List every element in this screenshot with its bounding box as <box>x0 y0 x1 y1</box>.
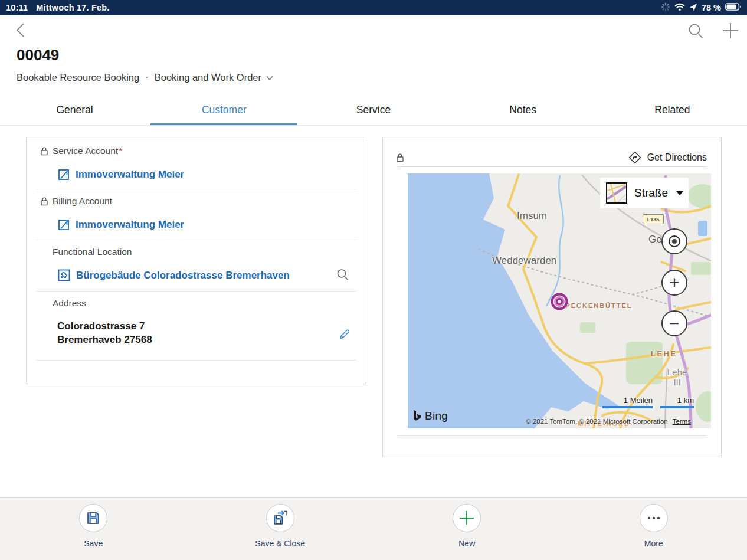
form-selector[interactable]: Booking and Work Order <box>155 72 274 83</box>
field-divider <box>36 291 356 292</box>
battery-icon <box>725 3 741 12</box>
get-directions-button[interactable]: Get Directions <box>628 151 707 164</box>
back-button[interactable] <box>13 21 31 39</box>
functional-location-label: Functional Location <box>53 247 132 257</box>
map-zoom-out-button[interactable]: − <box>661 310 687 336</box>
required-marker: * <box>119 146 122 156</box>
status-date: Mittwoch 17. Feb. <box>36 3 109 12</box>
save-and-close-icon <box>266 504 294 532</box>
terms-link[interactable]: Terms <box>673 418 691 425</box>
tab-notes[interactable]: Notes <box>448 94 598 125</box>
scale-miles-label: 1 Meilen <box>624 396 653 405</box>
caret-down-icon <box>676 191 683 195</box>
location-arrow-icon <box>689 3 697 13</box>
command-bar: Save Save & Close New <box>0 497 747 560</box>
map-zoom-in-button[interactable]: + <box>661 270 687 296</box>
save-button[interactable]: Save <box>0 498 187 560</box>
form-selector-label: Booking and Work Order <box>155 72 261 83</box>
scale-miles-bar <box>602 406 653 408</box>
copyright-text: © 2021 TomTom, © 2021 Microsoft Corporat… <box>526 418 667 425</box>
map-copyright: © 2021 TomTom, © 2021 Microsoft Corporat… <box>526 418 691 425</box>
map-header-divider <box>397 166 707 167</box>
record-subtitle: Bookable Resource Booking · Booking and … <box>17 72 274 83</box>
scale-km-label: 1 km <box>677 396 694 405</box>
wifi-icon <box>674 3 685 13</box>
bing-map[interactable]: Imsum Weddewarden Geest SPECKENBÜTTEL LE… <box>408 173 711 428</box>
add-button[interactable] <box>721 21 740 40</box>
save-and-close-button[interactable]: Save & Close <box>187 498 374 560</box>
field-divider <box>36 189 356 189</box>
map-locate-button[interactable] <box>661 228 687 254</box>
status-time: 10:11 <box>6 3 28 12</box>
account-entity-icon <box>57 168 70 181</box>
new-button[interactable]: New <box>374 498 561 560</box>
bing-logo: Bing <box>412 410 448 423</box>
bing-icon <box>412 410 422 423</box>
new-label: New <box>458 539 475 548</box>
map-card: Get Directions <box>382 137 722 457</box>
map-style-selector[interactable]: Straße <box>600 178 689 208</box>
new-plus-icon <box>453 504 481 532</box>
save-and-close-label: Save & Close <box>255 539 305 548</box>
save-label: Save <box>84 539 103 548</box>
tab-bar: General Customer Service Notes Related <box>0 94 747 126</box>
search-icon[interactable] <box>687 22 705 40</box>
loading-spinner-icon <box>661 2 670 14</box>
lock-icon <box>40 146 48 156</box>
tab-customer[interactable]: Customer <box>149 94 299 125</box>
more-button[interactable]: More <box>561 498 747 560</box>
tab-general[interactable]: General <box>0 94 149 125</box>
field-divider <box>36 240 356 240</box>
functional-location-entity-icon <box>57 268 71 282</box>
subtitle-separator: · <box>145 72 149 83</box>
address-label: Address <box>53 298 86 309</box>
lookup-search-icon[interactable] <box>336 268 350 284</box>
map-footer-divider <box>397 435 707 436</box>
chevron-down-icon <box>266 75 274 81</box>
status-bar: 10:11 Mittwoch 17. Feb. <box>0 0 747 15</box>
page-title: 00049 <box>17 46 59 64</box>
map-style-value: Straße <box>634 186 668 199</box>
get-directions-label: Get Directions <box>647 152 707 163</box>
battery-percentage: 78 % <box>702 3 721 12</box>
directions-icon <box>628 151 641 164</box>
map-terrain <box>408 173 711 428</box>
billing-account-label: Billing Account <box>40 196 112 207</box>
scale-km-bar <box>660 406 694 408</box>
map-style-thumbnail-icon <box>606 182 627 204</box>
lock-icon <box>40 197 48 206</box>
lock-icon <box>396 153 404 162</box>
billing-account-value[interactable]: Immoverwaltung Meier <box>57 218 184 231</box>
functional-location-value[interactable]: Bürogebäude Coloradostrasse Bremerhaven <box>57 268 290 282</box>
field-divider <box>36 360 356 361</box>
service-account-value[interactable]: Immoverwaltung Meier <box>57 168 184 181</box>
more-ellipsis-icon <box>640 504 668 532</box>
app-window: 10:11 Mittwoch 17. Feb. <box>0 0 747 560</box>
tab-related[interactable]: Related <box>598 94 747 125</box>
more-label: More <box>644 539 663 548</box>
account-entity-icon <box>57 218 70 231</box>
edit-pencil-icon[interactable] <box>338 328 351 343</box>
customer-fields-card: Service Account* Immoverwaltung Meier Bi… <box>26 137 366 384</box>
tab-service[interactable]: Service <box>299 94 448 125</box>
entity-type-label: Bookable Resource Booking <box>17 72 139 83</box>
address-value: Coloradostrasse 7 Bremerhaveb 27568 <box>57 319 152 346</box>
save-icon <box>79 504 107 532</box>
service-account-label: Service Account* <box>40 146 122 156</box>
